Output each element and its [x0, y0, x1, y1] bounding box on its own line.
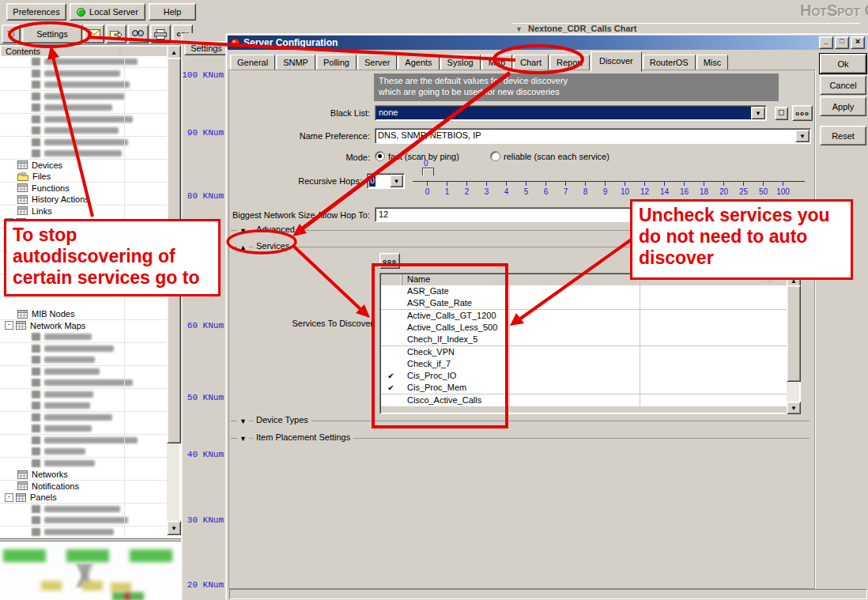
- tree-item-devices[interactable]: Devices: [0, 160, 167, 172]
- mail-icon[interactable]: [84, 25, 104, 43]
- tree-item-mib-nodes[interactable]: MIB Nodes: [0, 308, 167, 320]
- tree-item-history-actions[interactable]: History Actions: [0, 194, 167, 206]
- map-preview[interactable]: [0, 541, 181, 600]
- device-types-section-header[interactable]: ▼ Device Types: [231, 415, 810, 426]
- tree-item-blurred[interactable]: [0, 343, 167, 355]
- checkbox-unchecked[interactable]: [381, 297, 401, 309]
- check-column-header[interactable]: [381, 274, 402, 285]
- tree-item-blurred[interactable]: [0, 458, 167, 470]
- checkbox-unchecked[interactable]: [381, 346, 401, 358]
- ok-button[interactable]: Ok: [820, 54, 866, 74]
- redo-icon[interactable]: ↻: [2, 25, 21, 43]
- tree-item-links[interactable]: Links: [0, 206, 167, 217]
- tree-item-blurred[interactable]: [0, 148, 167, 160]
- checkbox-unchecked[interactable]: [381, 310, 401, 322]
- cancel-button[interactable]: Cancel: [820, 75, 866, 95]
- tree-item-blurred[interactable]: [0, 137, 167, 149]
- table-scrollbar[interactable]: ▲ ▼: [787, 274, 799, 413]
- table-scroll-down[interactable]: ▼: [787, 402, 801, 414]
- dialog-titlebar[interactable]: Server Configuration _ □ ×: [228, 36, 867, 50]
- minimize-button[interactable]: _: [819, 36, 833, 49]
- table-row[interactable]: ✔Cis_Proc_IO: [381, 370, 787, 383]
- tree-item-blurred[interactable]: [0, 389, 167, 401]
- tree-scroll-down[interactable]: ▼: [167, 521, 181, 535]
- help-button[interactable]: Help: [149, 3, 196, 21]
- recursive-hops-slider[interactable]: 0 01234567891012141618202550100: [413, 159, 808, 198]
- local-server-button[interactable]: Local Server: [70, 3, 145, 21]
- checkbox-unchecked[interactable]: [381, 285, 401, 297]
- tree-item-blurred[interactable]: [0, 331, 167, 343]
- table-row[interactable]: ASR_Gate: [381, 285, 787, 298]
- expander-minus-icon[interactable]: -: [5, 321, 13, 330]
- tree-item-panels[interactable]: -Panels: [0, 492, 167, 504]
- checkbox-checked[interactable]: ✔: [381, 382, 401, 394]
- tree-item-blurred[interactable]: [0, 504, 167, 515]
- table-row[interactable]: Chech_If_Index_5: [381, 334, 787, 346]
- table-row[interactable]: ASR_Gate_Rate: [381, 297, 787, 310]
- tree-item-label: MIB Nodes: [32, 309, 74, 319]
- reset-button[interactable]: Reset: [820, 126, 866, 145]
- print-icon[interactable]: [150, 25, 171, 43]
- tab-discover[interactable]: Discover: [591, 51, 642, 72]
- preferences-button[interactable]: Preferences: [6, 3, 66, 21]
- tree-item-blurred[interactable]: [0, 435, 167, 447]
- blurred-icon: [32, 333, 40, 341]
- tree-item-blurred[interactable]: [0, 366, 167, 378]
- export-icon[interactable]: [106, 25, 126, 43]
- slider-thumb[interactable]: [422, 168, 434, 181]
- tree-item-network-maps[interactable]: -Network Maps: [0, 320, 167, 332]
- table-row[interactable]: Active_Calls_Less_500: [381, 322, 787, 334]
- tree-item-blurred[interactable]: [0, 354, 167, 366]
- services-more-button[interactable]: ooo: [379, 253, 400, 269]
- table-row[interactable]: Active_Calls_GT_1200: [381, 310, 787, 323]
- slider-tick: [526, 181, 526, 186]
- tree-item-blurred[interactable]: [0, 56, 167, 68]
- tree-item-networks[interactable]: Networks: [0, 469, 167, 481]
- checkbox-unchecked[interactable]: [381, 358, 401, 370]
- black-list-edit-button[interactable]: [775, 107, 788, 120]
- maximize-button[interactable]: □: [835, 36, 849, 49]
- expander-minus-icon[interactable]: -: [5, 493, 13, 502]
- table-row[interactable]: ✔Cis_Proc_Mem: [381, 382, 787, 394]
- tree-item-blurred[interactable]: [0, 125, 167, 137]
- checkbox-unchecked[interactable]: [381, 322, 401, 334]
- table-scrollbar-thumb[interactable]: [787, 285, 801, 382]
- tree-item-blurred[interactable]: [0, 102, 167, 114]
- black-list-dropdown-icon[interactable]: ▼: [751, 107, 765, 119]
- table-icon: [16, 493, 26, 502]
- name-preference-combobox[interactable]: DNS, SNMP, NETBIOS, IP ▼: [375, 128, 811, 144]
- chart-tab[interactable]: ▼ Nextone_CDR_Calls Chart: [512, 23, 860, 34]
- tree-item-blurred[interactable]: [0, 91, 167, 103]
- black-list-more-button[interactable]: ooo: [792, 105, 813, 121]
- tree-item-blurred[interactable]: [0, 423, 167, 435]
- tree-item-notifications[interactable]: Notifications: [0, 481, 167, 492]
- tree-item-blurred[interactable]: [0, 79, 167, 91]
- settings-column-header[interactable]: Settings: [184, 41, 228, 55]
- tree-item-blurred[interactable]: [0, 400, 167, 412]
- table-row[interactable]: Cisco_Active_Calls: [381, 394, 787, 407]
- table-row[interactable]: Check_VPN: [381, 346, 787, 359]
- recursive-hops-dropdown-icon[interactable]: ▼: [390, 175, 403, 187]
- tree-item-blurred[interactable]: [0, 114, 167, 126]
- name-preference-dropdown-icon[interactable]: ▼: [795, 130, 810, 142]
- black-list-combobox[interactable]: none ▼: [375, 105, 767, 121]
- name-column-header[interactable]: Name: [407, 274, 430, 284]
- checkbox-unchecked[interactable]: [381, 394, 401, 406]
- tree-item-functions[interactable]: Functions: [0, 183, 167, 194]
- tree-item-blurred[interactable]: [0, 412, 167, 424]
- tree-item-blurred[interactable]: [0, 515, 167, 526]
- tree-item-blurred[interactable]: [0, 446, 167, 458]
- close-button[interactable]: ×: [851, 36, 865, 49]
- table-row[interactable]: Check_if_7: [381, 358, 787, 371]
- settings-button[interactable]: Settings: [22, 25, 82, 43]
- recursive-hops-combobox[interactable]: 0 ▼: [367, 173, 405, 189]
- tree-item-blurred[interactable]: [0, 68, 167, 80]
- checkbox-unchecked[interactable]: [381, 334, 401, 345]
- find-icon[interactable]: [128, 25, 149, 43]
- checkbox-checked[interactable]: ✔: [381, 370, 401, 382]
- apply-button[interactable]: Apply: [820, 96, 866, 116]
- tree-item-files[interactable]: Files: [0, 171, 167, 183]
- tree-item-blurred[interactable]: [0, 526, 167, 538]
- tree-item-blurred[interactable]: [0, 377, 167, 389]
- item-placement-section-header[interactable]: ▼ Item Placement Settings: [231, 432, 810, 443]
